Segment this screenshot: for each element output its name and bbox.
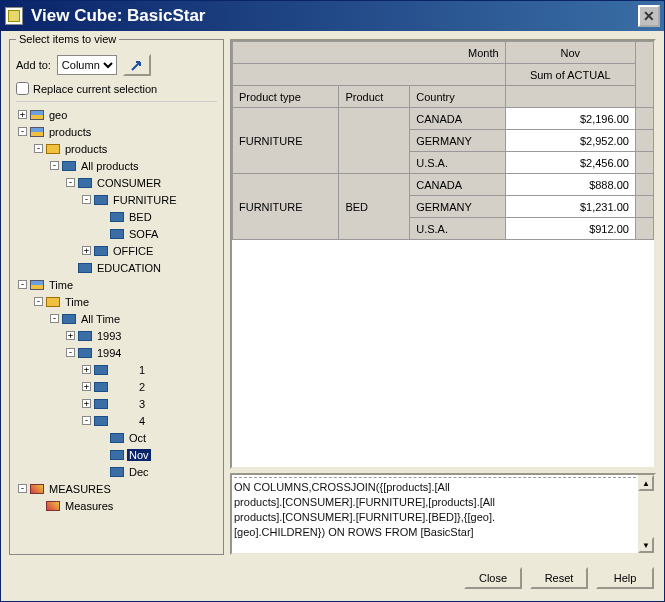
addto-label: Add to: [16, 59, 51, 71]
tree-toggle-icon[interactable]: + [82, 365, 91, 374]
tree-label[interactable]: Dec [127, 466, 151, 478]
window-title: View Cube: BasicStar [31, 6, 638, 26]
tree-item[interactable]: +OFFICE [16, 242, 217, 259]
level-icon [110, 467, 124, 477]
tree-toggle-icon[interactable]: + [66, 331, 75, 340]
dimension-tree[interactable]: +geo-products-products-All products-CONS… [16, 101, 217, 548]
tree-label[interactable]: All products [79, 160, 140, 172]
replace-checkbox[interactable] [16, 82, 29, 95]
addto-select[interactable]: Column [57, 55, 117, 75]
tree-toggle-icon[interactable]: - [66, 178, 75, 187]
select-items-panel: Select items to view Add to: Column Repl… [9, 39, 224, 555]
tree-item[interactable]: -FURNITURE [16, 191, 217, 208]
level-icon [110, 212, 124, 222]
tree-label[interactable]: 1994 [95, 347, 123, 359]
tree-item[interactable]: +2 [16, 378, 217, 395]
titlebar: View Cube: BasicStar ✕ [1, 1, 664, 31]
level-icon [110, 450, 124, 460]
tree-toggle-icon[interactable]: - [50, 314, 59, 323]
tree-label[interactable]: 4 [137, 415, 147, 427]
app-icon [5, 7, 23, 25]
close-button[interactable]: Close [464, 567, 522, 589]
tree-item[interactable]: +1 [16, 361, 217, 378]
level-icon [94, 246, 108, 256]
tree-item[interactable]: SOFA [16, 225, 217, 242]
tree-label[interactable]: 2 [137, 381, 147, 393]
tree-label[interactable]: Nov [127, 449, 151, 461]
tree-item[interactable]: -4 [16, 412, 217, 429]
tree-item[interactable]: -MEASURES [16, 480, 217, 497]
tree-label[interactable]: products [47, 126, 93, 138]
tree-toggle-icon[interactable]: - [82, 195, 91, 204]
tree-label[interactable]: Time [47, 279, 75, 291]
tree-label[interactable]: Measures [63, 500, 115, 512]
dim-icon [30, 127, 44, 137]
tree-toggle-icon[interactable]: + [18, 110, 27, 119]
tree-item[interactable]: -Time [16, 293, 217, 310]
tree-item[interactable]: -Time [16, 276, 217, 293]
tree-item[interactable]: -CONSUMER [16, 174, 217, 191]
tree-label[interactable]: MEASURES [47, 483, 113, 495]
tree-toggle-icon[interactable]: + [82, 246, 91, 255]
close-icon[interactable]: ✕ [638, 5, 660, 27]
level-icon [94, 365, 108, 375]
tree-label[interactable]: Time [63, 296, 91, 308]
tree-label[interactable]: 1 [137, 364, 147, 376]
level-icon [78, 331, 92, 341]
replace-label: Replace current selection [33, 83, 157, 95]
tree-item[interactable]: -products [16, 140, 217, 157]
tree-label[interactable]: Oct [127, 432, 148, 444]
reset-button[interactable]: Reset [530, 567, 588, 589]
tree-label[interactable]: SOFA [127, 228, 160, 240]
tree-item[interactable]: -1994 [16, 344, 217, 361]
tree-item[interactable]: -All products [16, 157, 217, 174]
add-button[interactable] [123, 54, 151, 76]
tree-label[interactable]: OFFICE [111, 245, 155, 257]
hier-icon [46, 144, 60, 154]
tree-toggle-icon[interactable]: - [18, 127, 27, 136]
tree-toggle-icon[interactable]: - [34, 297, 43, 306]
tree-item[interactable]: +1993 [16, 327, 217, 344]
tree-label[interactable]: BED [127, 211, 154, 223]
tree-toggle-icon[interactable]: + [82, 399, 91, 408]
query-area: ON COLUMNS,CROSSJOIN({[products].[All pr… [230, 473, 656, 555]
tree-toggle-icon[interactable]: - [66, 348, 75, 357]
tree-toggle-icon[interactable]: - [18, 484, 27, 493]
tree-label[interactable]: 3 [137, 398, 147, 410]
tree-toggle-icon[interactable]: + [82, 382, 91, 391]
tree-item[interactable]: EDUCATION [16, 259, 217, 276]
tree-label[interactable]: geo [47, 109, 69, 121]
tree-item[interactable]: Nov [16, 446, 217, 463]
data-grid[interactable]: MonthNovSum of ACTUALProduct typeProduct… [230, 39, 656, 469]
tree-item[interactable]: +geo [16, 106, 217, 123]
tree-label[interactable]: 1993 [95, 330, 123, 342]
tree-toggle-icon[interactable]: - [18, 280, 27, 289]
tree-toggle-icon[interactable]: - [34, 144, 43, 153]
level-icon [94, 382, 108, 392]
scroll-up-icon[interactable]: ▲ [638, 475, 654, 491]
query-line: products].[CONSUMER].[FURNITURE],[produc… [234, 495, 636, 510]
tree-toggle-icon[interactable]: - [50, 161, 59, 170]
tree-item[interactable]: Measures [16, 497, 217, 514]
tree-item[interactable]: -products [16, 123, 217, 140]
level-icon [110, 229, 124, 239]
hier-icon [46, 297, 60, 307]
tree-item[interactable]: BED [16, 208, 217, 225]
tree-toggle-icon[interactable]: - [82, 416, 91, 425]
tree-item[interactable]: Dec [16, 463, 217, 480]
tree-label[interactable]: FURNITURE [111, 194, 179, 206]
tree-label[interactable]: products [63, 143, 109, 155]
level-icon [62, 314, 76, 324]
level-icon [78, 348, 92, 358]
meas-icon [46, 501, 60, 511]
tree-label[interactable]: EDUCATION [95, 262, 163, 274]
tree-label[interactable]: All Time [79, 313, 122, 325]
scroll-down-icon[interactable]: ▼ [638, 537, 654, 553]
panel-legend: Select items to view [16, 33, 119, 45]
tree-item[interactable]: Oct [16, 429, 217, 446]
tree-item[interactable]: +3 [16, 395, 217, 412]
help-button[interactable]: Help [596, 567, 654, 589]
scrollbar[interactable]: ▲ ▼ [638, 475, 654, 553]
tree-item[interactable]: -All Time [16, 310, 217, 327]
tree-label[interactable]: CONSUMER [95, 177, 163, 189]
